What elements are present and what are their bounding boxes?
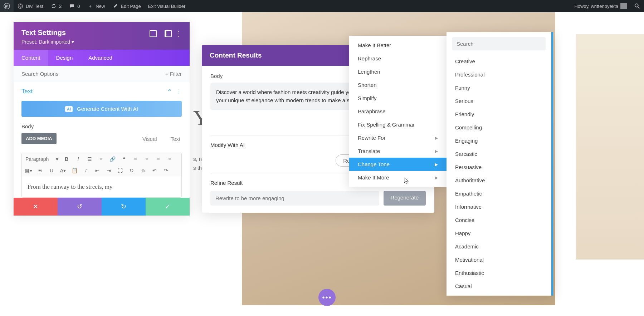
refine-input[interactable] (210, 191, 379, 206)
undo-icon[interactable]: ↶ (151, 167, 158, 174)
search-options-input[interactable] (21, 71, 165, 77)
kebab-icon[interactable]: ⋮ (176, 88, 182, 95)
italic-icon[interactable]: I (75, 156, 81, 162)
tone-option[interactable]: Enthusiastic (447, 266, 551, 280)
undo-button[interactable]: ↺ (58, 198, 102, 216)
tone-option[interactable]: Persuasive (447, 161, 551, 174)
omega-icon[interactable]: Ω (128, 167, 135, 174)
tab-content[interactable]: Content (14, 50, 48, 66)
strike-icon[interactable]: S (37, 167, 43, 174)
expand-icon[interactable] (150, 30, 157, 37)
regenerate-button[interactable]: Regenerate (384, 191, 426, 206)
chevron-right-icon: ▶ (435, 135, 438, 140)
tone-option[interactable]: Friendly (447, 108, 551, 121)
improve-option[interactable]: Change Tone▶ (349, 158, 447, 171)
text-tab[interactable]: Text (169, 133, 182, 145)
snap-icon[interactable] (165, 30, 172, 37)
emoji-icon[interactable]: ☺ (140, 167, 146, 174)
refresh-icon (50, 3, 57, 9)
align-left-icon[interactable]: ≡ (132, 156, 138, 162)
redo-icon[interactable]: ↷ (163, 167, 169, 174)
cancel-button[interactable]: ✕ (14, 198, 58, 216)
chevron-up-icon[interactable]: ⌃ (167, 88, 172, 95)
redo-icon: ↻ (121, 203, 126, 211)
improve-option[interactable]: Shorten (349, 78, 447, 92)
tone-option[interactable]: Funny (447, 81, 551, 94)
editor-content[interactable]: From the runway to the streets, my (22, 177, 181, 197)
paragraph-select[interactable]: Paragraph▾ (25, 156, 58, 162)
indent-icon[interactable]: ⇥ (106, 167, 112, 174)
tone-option[interactable]: Informative (447, 200, 551, 213)
improve-option[interactable]: Fix Spelling & Grammar (349, 118, 447, 131)
ul-icon[interactable]: ☰ (86, 156, 93, 162)
tab-advanced[interactable]: Advanced (80, 50, 120, 66)
improve-option[interactable]: Make It More▶ (349, 171, 447, 184)
tone-option[interactable]: Professional (447, 68, 551, 81)
comments-link[interactable]: 0 (65, 0, 83, 12)
add-media-button[interactable]: ADD MEDIA (21, 133, 57, 144)
visual-tab[interactable]: Visual (141, 133, 158, 145)
search-admin[interactable] (630, 0, 644, 12)
tone-option[interactable]: Empathetic (447, 187, 551, 200)
improve-option[interactable]: Rewrite For▶ (349, 131, 447, 144)
tone-option[interactable]: Concise (447, 213, 551, 227)
align-center-icon[interactable]: ≡ (143, 156, 150, 162)
improve-option[interactable]: Paraphrase (349, 105, 447, 118)
clear-format-icon[interactable]: T (83, 167, 89, 174)
chevron-down-icon: ▾ (72, 39, 74, 45)
bold-icon[interactable]: B (63, 156, 70, 162)
tone-option[interactable]: Serious (447, 94, 551, 108)
improve-option[interactable]: Rephrase (349, 52, 447, 65)
edit-page-link[interactable]: Edit Page (108, 0, 144, 12)
tone-option[interactable]: Sarcastic (447, 147, 551, 161)
tone-option[interactable]: Engaging (447, 134, 551, 147)
avatar (620, 3, 627, 9)
plus-icon: + (165, 71, 169, 77)
improve-option[interactable]: Simplify (349, 92, 447, 105)
save-button[interactable]: ✓ (146, 198, 190, 216)
link-icon[interactable]: 🔗 (109, 156, 116, 162)
exit-vb-link[interactable]: Exit Visual Builder (145, 0, 189, 12)
tone-search-input[interactable] (452, 37, 546, 50)
tone-option[interactable]: Creative (447, 55, 551, 68)
cursor-icon (403, 177, 410, 185)
improve-option[interactable]: Make It Better (349, 39, 447, 52)
tab-design[interactable]: Design (48, 50, 81, 66)
improve-option[interactable]: Lengthen (349, 65, 447, 78)
account-link[interactable]: Howdy, writtenbyekta (571, 0, 630, 12)
ol-icon[interactable]: ≡ (98, 156, 104, 162)
tone-option[interactable]: Casual (447, 280, 551, 293)
new-link[interactable]: +New (83, 0, 108, 12)
refresh-link[interactable]: 2 (47, 0, 65, 12)
preset-selector[interactable]: Preset: Dark imported ▾ (21, 39, 182, 45)
generate-ai-button[interactable]: AI Generate Content With AI (21, 101, 182, 117)
outdent-icon[interactable]: ⇤ (94, 167, 101, 174)
section-text[interactable]: Text ⌃ ⋮ (14, 82, 190, 101)
tone-option[interactable]: Academic (447, 240, 551, 253)
site-name-link[interactable]: Divi Test (14, 0, 47, 12)
align-justify-icon[interactable]: ≡ (166, 156, 173, 162)
improve-option[interactable]: Translate▶ (349, 144, 447, 158)
improve-dropdown: Make It BetterRephraseLengthenShortenSim… (349, 36, 447, 187)
tone-option[interactable]: Happy (447, 227, 551, 240)
tone-option[interactable]: Motivational (447, 253, 551, 266)
redo-button[interactable]: ↻ (102, 198, 146, 216)
chevron-right-icon: ▶ (435, 162, 438, 167)
wordpress-icon (4, 3, 10, 9)
wp-admin-bar: Divi Test 2 0 +New Edit Page Exit Visual… (0, 0, 644, 12)
quote-icon[interactable]: ❝ (121, 156, 127, 162)
tone-option[interactable]: Compelling (447, 121, 551, 134)
wysiwyg-editor: Paragraph▾ B I ☰ ≡ 🔗 ❝ ≡ ≡ ≡ ≡ ▦▾ S U A▾… (21, 153, 182, 198)
kebab-icon[interactable]: ⋮ (175, 29, 182, 38)
text-color-icon[interactable]: A▾ (60, 167, 66, 174)
align-right-icon[interactable]: ≡ (155, 156, 161, 162)
wp-logo[interactable] (0, 0, 14, 12)
divi-fab-button[interactable]: ••• (318, 289, 336, 306)
paste-icon[interactable]: 📋 (71, 167, 78, 174)
underline-icon[interactable]: U (48, 167, 55, 174)
table-icon[interactable]: ▦▾ (25, 167, 32, 174)
chevron-right-icon: ▶ (435, 149, 438, 154)
fullscreen-icon[interactable]: ⛶ (117, 167, 123, 174)
filter-button[interactable]: +Filter (165, 71, 182, 77)
tone-option[interactable]: Authoritative (447, 174, 551, 187)
